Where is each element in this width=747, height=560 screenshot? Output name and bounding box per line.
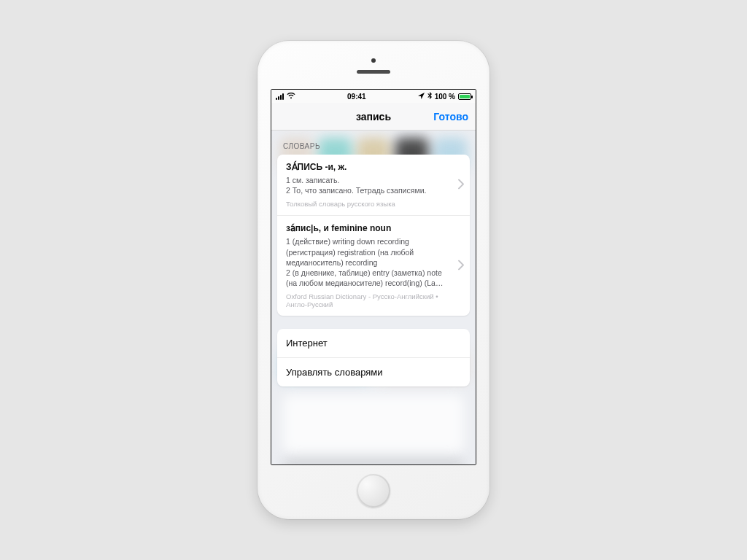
nav-title: запись — [356, 111, 391, 122]
entry-body: 1 (действие) writing down recording (рег… — [286, 236, 461, 288]
done-button[interactable]: Готово — [433, 111, 468, 122]
entry-source: Толковый словарь русского языка — [286, 200, 461, 208]
section-header-dictionary: СЛОВАРЬ — [277, 138, 470, 155]
battery-icon — [458, 93, 471, 100]
navigation-bar: запись Готово — [271, 103, 476, 131]
lookup-overlay: СЛОВАРЬ ЗА́ПИСЬ -и, ж. 1 см. записать. 2… — [271, 131, 476, 464]
bluetooth-icon — [427, 92, 432, 101]
dictionary-entry[interactable]: за́пис|ь, и feminine noun 1 (действие) w… — [277, 216, 470, 316]
entry-title: ЗА́ПИСЬ -и, ж. — [286, 162, 461, 172]
location-icon — [418, 93, 425, 101]
home-button[interactable] — [357, 474, 390, 508]
status-bar: 09:41 100 % — [271, 90, 476, 103]
status-right: 100 % — [418, 92, 471, 101]
cellular-signal-icon — [276, 93, 284, 100]
content-area: СЛОВАРЬ ЗА́ПИСЬ -и, ж. 1 см. записать. 2… — [271, 131, 476, 464]
wifi-icon — [287, 93, 295, 101]
battery-percent: 100 % — [435, 93, 455, 101]
entry-title: за́пис|ь, и feminine noun — [286, 223, 461, 233]
status-time: 09:41 — [347, 93, 366, 101]
actions-group: Интернет Управлять словарями — [277, 329, 470, 386]
dictionary-entry[interactable]: ЗА́ПИСЬ -и, ж. 1 см. записать. 2 То, что… — [277, 155, 470, 216]
manage-dictionaries-button[interactable]: Управлять словарями — [277, 358, 470, 386]
entry-source: Oxford Russian Dictionary - Русско-Англи… — [286, 292, 461, 308]
dictionary-results-group: ЗА́ПИСЬ -и, ж. 1 см. записать. 2 То, что… — [277, 155, 470, 316]
speaker-grille — [357, 70, 390, 74]
search-web-button[interactable]: Интернет — [277, 329, 470, 358]
status-left — [276, 93, 295, 101]
phone-screen: 09:41 100 % запись Готово — [271, 89, 476, 465]
iphone-device-frame: 09:41 100 % запись Готово — [258, 41, 489, 519]
chevron-right-icon — [458, 260, 464, 272]
sensor-dot — [371, 58, 376, 63]
entry-body: 1 см. записать. 2 То, что записано. Тетр… — [286, 175, 461, 195]
chevron-right-icon — [458, 179, 464, 191]
